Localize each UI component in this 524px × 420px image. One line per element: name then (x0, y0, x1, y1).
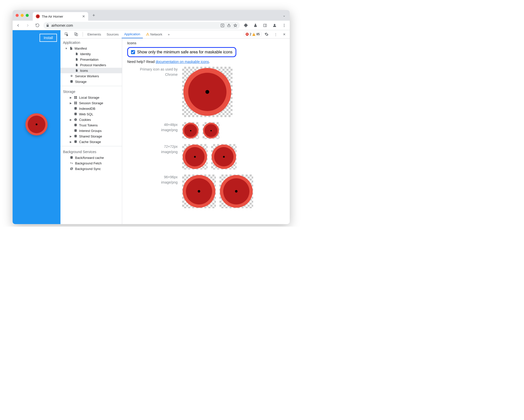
share-icon[interactable] (227, 23, 231, 27)
tab-application[interactable]: Application (122, 30, 143, 38)
sidebar-item-trust-tokens[interactable]: Trust Tokens (60, 122, 122, 128)
sidebar-item-cache-storage[interactable]: ▶ Cache Storage (60, 139, 122, 145)
labs-icon[interactable] (252, 22, 259, 29)
warning-icon: ! (252, 33, 255, 36)
sidebar-item-local-storage[interactable]: ▶ Local Storage (60, 95, 122, 100)
svg-rect-2 (264, 24, 267, 27)
back-button[interactable] (15, 22, 22, 29)
sidepanel-icon[interactable] (261, 22, 269, 29)
window-controls (16, 14, 29, 17)
console-errors-badge[interactable]: ✕ 2 ! 85 (244, 32, 261, 37)
document-icon (75, 68, 79, 73)
sidebar-item-background-sync[interactable]: Background Sync (60, 166, 122, 171)
menu-icon[interactable] (281, 22, 288, 29)
sidebar-item-service-workers[interactable]: Service Workers (60, 73, 122, 79)
sidebar-item-interest-groups[interactable]: Interest Groups (60, 128, 122, 133)
db-icon (74, 107, 78, 111)
tab-network[interactable]: Network (143, 30, 165, 38)
icon-row-label: 96×96pximage/png (127, 174, 178, 185)
sidebar-item-shared-storage[interactable]: ▶ Shared Storage (60, 133, 122, 139)
inspect-icon[interactable] (62, 30, 71, 38)
document-icon (69, 46, 73, 50)
tab-sources[interactable]: Sources (104, 30, 121, 38)
svg-point-6 (284, 25, 285, 26)
profile-icon[interactable] (271, 22, 278, 29)
install-pwa-icon[interactable] (220, 23, 224, 27)
svg-rect-17 (74, 98, 76, 99)
forward-button[interactable] (24, 22, 31, 29)
application-sidebar: Application ▼ Manifest Identity (60, 39, 122, 224)
svg-rect-21 (74, 103, 76, 104)
error-icon: ✕ (246, 33, 249, 36)
url-text: airhorner.com (51, 23, 73, 27)
sidebar-item-identity[interactable]: Identity (60, 51, 122, 57)
db-icon (74, 112, 78, 116)
close-tab-icon[interactable]: ✕ (82, 14, 85, 18)
svg-rect-12 (147, 35, 148, 35)
maskable-docs-link[interactable]: documentation on maskable icons (156, 60, 209, 64)
settings-icon[interactable] (262, 30, 271, 38)
svg-point-5 (284, 24, 285, 25)
device-toggle-icon[interactable] (72, 30, 81, 38)
airhorn-button[interactable] (25, 113, 48, 135)
sidebar-item-back-forward-cache[interactable]: Back/forward cache (60, 155, 122, 160)
detail-heading: Icons (127, 41, 285, 45)
favicon-icon (36, 14, 40, 18)
sidebar-item-manifest[interactable]: ▼ Manifest (60, 46, 122, 51)
lock-icon (46, 24, 49, 27)
close-window[interactable] (16, 14, 19, 17)
more-tabs-icon[interactable]: » (165, 30, 172, 38)
cookie-icon (74, 118, 78, 122)
svg-point-26 (75, 119, 75, 119)
section-title: Storage (60, 88, 122, 95)
sidebar-item-session-storage[interactable]: ▶ Session Storage (60, 100, 122, 106)
grid-icon (74, 95, 78, 99)
maskable-checkbox-label: Show only the minimum safe area for mask… (137, 50, 233, 54)
document-icon (75, 52, 79, 56)
browser-tab[interactable]: The Air Horner ✕ (33, 12, 88, 21)
tab-dropdown-icon[interactable]: ⌄ (281, 13, 288, 17)
icon-preview (182, 67, 233, 117)
icon-row: 72×72pximage/png (127, 144, 285, 169)
svg-point-28 (75, 120, 76, 120)
sidebar-item-background-fetch[interactable]: Background Fetch (60, 160, 122, 166)
sidebar-item-cookies[interactable]: ▶ Cookies (60, 117, 122, 122)
browser-window: The Air Horner ✕ + ⌄ airhorner.com (13, 10, 290, 224)
tab-elements[interactable]: Elements (85, 30, 104, 38)
database-icon (70, 80, 74, 84)
db-icon (70, 156, 74, 160)
svg-rect-15 (74, 96, 76, 97)
expand-arrow-icon: ▶ (70, 118, 72, 121)
icon-preview (182, 122, 199, 139)
sidebar-item-storage-app[interactable]: Storage (60, 79, 122, 84)
maskable-checkbox[interactable] (131, 50, 135, 54)
new-tab-button[interactable]: + (90, 12, 97, 19)
sidebar-item-presentation[interactable]: Presentation (60, 57, 122, 62)
section-title: Application (60, 39, 122, 46)
bookmark-star-icon[interactable] (233, 23, 237, 27)
tab-title: The Air Horner (42, 15, 63, 18)
icon-row-label: Primary icon as used by Chrome (127, 67, 178, 77)
close-devtools-icon[interactable]: ✕ (280, 30, 288, 38)
devtools-menu-icon[interactable]: ⋮ (272, 30, 280, 38)
expand-arrow-icon: ▶ (70, 102, 72, 104)
fetch-icon (70, 161, 74, 165)
devtools-tabbar: Elements Sources Application Network » ✕… (60, 30, 290, 39)
minimize-window[interactable] (21, 14, 24, 17)
install-button[interactable]: Install (40, 34, 57, 42)
document-icon (75, 63, 79, 67)
extensions-icon[interactable] (242, 22, 249, 29)
sidebar-item-indexeddb[interactable]: IndexedDB (60, 106, 122, 111)
sidebar-item-icons[interactable]: Icons (60, 68, 122, 73)
svg-rect-16 (76, 96, 77, 97)
devtools-panel: Elements Sources Application Network » ✕… (60, 30, 290, 224)
icon-row-label: 72×72pximage/png (127, 144, 178, 155)
sidebar-item-protocol-handlers[interactable]: Protocol Handlers (60, 62, 122, 68)
svg-point-27 (76, 119, 76, 120)
reload-button[interactable] (34, 22, 41, 29)
expand-arrow-icon: ▶ (70, 141, 72, 143)
address-bar[interactable]: airhorner.com (43, 22, 240, 29)
grid-icon (74, 101, 78, 105)
sidebar-item-web-sql[interactable]: Web SQL (60, 111, 122, 117)
maximize-window[interactable] (26, 14, 29, 17)
